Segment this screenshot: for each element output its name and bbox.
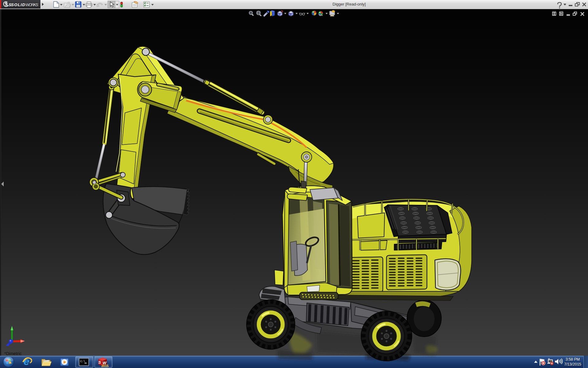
svg-text:WORKS: WORKS <box>25 2 38 7</box>
svg-text:SOLID: SOLID <box>11 2 25 7</box>
svg-text:*Dimetric: *Dimetric <box>4 351 22 356</box>
svg-text:S: S <box>98 360 101 365</box>
svg-text:e: e <box>24 355 29 367</box>
svg-text:C:\: C:\ <box>80 360 85 363</box>
svg-text:2015: 2015 <box>101 364 109 368</box>
